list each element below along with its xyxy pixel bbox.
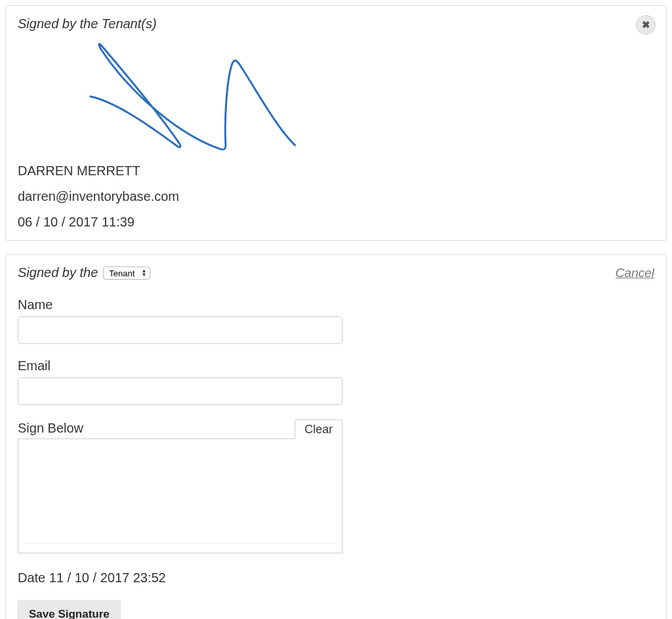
email-label: Email [18, 358, 654, 374]
clear-signature-button[interactable]: Clear [295, 419, 343, 439]
date-label: Date [18, 570, 45, 585]
role-select[interactable]: Tenant [103, 267, 150, 280]
email-input[interactable] [18, 377, 343, 405]
name-label: Name [18, 297, 654, 312]
name-input[interactable] [18, 316, 343, 344]
form-header-row: Signed by the Tenant ▲▼ Cancel [18, 265, 654, 280]
signed-by-label: Signed by the [18, 265, 98, 280]
signer-email: darren@inventorybase.com [18, 189, 654, 204]
signer-name: DARREN MERRETT [18, 163, 654, 179]
signer-timestamp: 06 / 10 / 2017 11:39 [18, 215, 654, 230]
cancel-link[interactable]: Cancel [616, 266, 654, 280]
close-icon: ✖ [642, 19, 650, 31]
remove-signature-button[interactable]: ✖ [636, 15, 656, 35]
sign-below-label: Sign Below [18, 421, 83, 436]
existing-signature-panel: Signed by the Tenant(s) ✖ DARREN MERRETT… [5, 5, 667, 241]
signature-pad[interactable] [18, 438, 343, 553]
existing-signature-image [18, 39, 654, 154]
date-row: Date 11 / 10 / 2017 23:52 [18, 570, 654, 586]
existing-signature-heading: Signed by the Tenant(s) [18, 16, 654, 32]
new-signature-panel: Signed by the Tenant ▲▼ Cancel Name Emai… [5, 254, 667, 619]
save-signature-button[interactable]: Save Signature [18, 600, 121, 619]
date-value: 11 / 10 / 2017 23:52 [49, 570, 166, 585]
